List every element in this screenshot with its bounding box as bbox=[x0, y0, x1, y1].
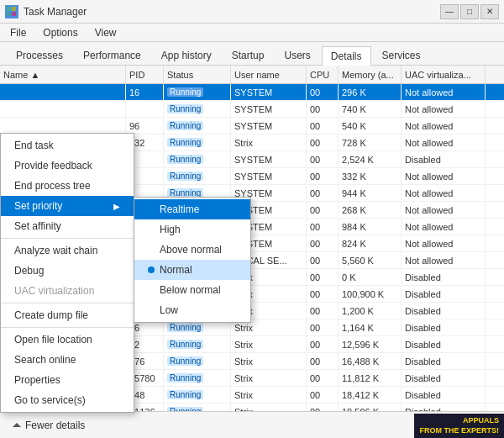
td-memory: 740 K bbox=[339, 101, 402, 117]
td-cpu: 00 bbox=[307, 84, 339, 100]
td-cpu: 00 bbox=[307, 118, 339, 134]
td-cpu: 00 bbox=[307, 135, 339, 150]
td-cpu: 00 bbox=[307, 252, 339, 268]
td-name bbox=[0, 84, 126, 100]
td-pid bbox=[126, 101, 164, 117]
td-status: Running bbox=[164, 151, 231, 167]
chevron-up-icon bbox=[12, 420, 22, 430]
td-uac: Not allowed bbox=[402, 168, 486, 184]
td-cpu: 00 bbox=[307, 269, 339, 285]
td-cpu: 00 bbox=[307, 353, 339, 369]
td-status: Running bbox=[164, 118, 231, 134]
table-row[interactable]: 732RunningStrix00728 KNot allowed bbox=[0, 135, 504, 151]
td-uac: Not allowed bbox=[402, 219, 486, 235]
td-cpu: 00 bbox=[307, 387, 339, 403]
td-username: SYSTEM bbox=[231, 101, 307, 117]
table-row[interactable]: RunningSYSTEM00332 KNot allowed bbox=[0, 168, 504, 185]
menu-view[interactable]: View bbox=[92, 25, 120, 40]
table-row[interactable]: 52RunningStrix00100,900 KDisabled bbox=[0, 286, 504, 303]
table-row[interactable]: RunningLOCAL SE...005,560 KNot allowed bbox=[0, 252, 504, 269]
app-icon bbox=[5, 5, 18, 18]
td-username: Strix bbox=[231, 269, 307, 285]
close-button[interactable]: ✕ bbox=[480, 4, 499, 19]
table-row[interactable]: chrome.exe15780RunningStrix0011,812 KDis… bbox=[0, 370, 504, 387]
table-body[interactable]: 16RunningSYSTEM00296 KNot allowedRunning… bbox=[0, 84, 504, 411]
tab-users[interactable]: Users bbox=[275, 45, 319, 65]
svg-rect-1 bbox=[12, 7, 16, 11]
header-uac[interactable]: UAC virtualiza... bbox=[402, 66, 486, 83]
table-row[interactable]: chrome.exe076RunningStrix0016,488 KDisab… bbox=[0, 353, 504, 370]
table-row[interactable]: RunningSYSTEM002,524 KDisabled bbox=[0, 151, 504, 168]
tab-details[interactable]: Details bbox=[322, 46, 371, 66]
header-status[interactable]: Status bbox=[164, 66, 231, 83]
table-row[interactable]: 72RunningStrix0012,596 KDisabled bbox=[0, 336, 504, 353]
td-pid: 96 bbox=[126, 118, 164, 134]
td-memory: 268 K bbox=[339, 202, 402, 218]
table-row[interactable]: 232RunningStrix001,200 KDisabled bbox=[0, 303, 504, 319]
td-name: chrome.exe bbox=[0, 387, 126, 403]
minimize-button[interactable]: — bbox=[440, 4, 459, 19]
td-status: Running bbox=[164, 135, 231, 150]
table-row[interactable]: RunningSYSTEM00824 KNot allowed bbox=[0, 235, 504, 252]
td-status: Running bbox=[164, 286, 231, 302]
table-row[interactable]: 86SuspendedStrix000 KDisabled bbox=[0, 269, 504, 286]
tab-app-history[interactable]: App history bbox=[152, 45, 221, 65]
menu-options[interactable]: Options bbox=[39, 25, 81, 40]
table-row[interactable]: RunningSYSTEM00984 KNot allowed bbox=[0, 219, 504, 235]
header-pid[interactable]: PID bbox=[126, 66, 164, 83]
td-uac: Disabled bbox=[402, 370, 486, 386]
td-memory: 18,412 K bbox=[339, 387, 402, 403]
td-pid bbox=[126, 219, 164, 235]
td-name bbox=[0, 101, 126, 117]
svg-rect-2 bbox=[7, 12, 11, 16]
td-cpu: 00 bbox=[307, 319, 339, 335]
td-cpu: 00 bbox=[307, 101, 339, 117]
td-status: Running bbox=[164, 303, 231, 319]
title-bar: Task Manager — □ ✕ bbox=[0, 0, 504, 24]
td-memory: 1,164 K bbox=[339, 319, 402, 335]
tab-startup[interactable]: Startup bbox=[223, 45, 274, 65]
td-username: SYSTEM bbox=[231, 118, 307, 134]
td-username: LOCAL SE... bbox=[231, 252, 307, 268]
td-memory: 540 K bbox=[339, 118, 402, 134]
td-uac: Not allowed bbox=[402, 84, 486, 100]
tab-performance[interactable]: Performance bbox=[74, 45, 150, 65]
header-memory[interactable]: Memory (a... bbox=[339, 66, 402, 83]
tab-processes[interactable]: Processes bbox=[7, 45, 72, 65]
td-memory: 12,596 K bbox=[339, 336, 402, 352]
td-cpu: 00 bbox=[307, 151, 339, 167]
table-row[interactable]: 86RunningStrix001,164 KDisabled bbox=[0, 319, 504, 336]
td-name bbox=[0, 269, 126, 285]
td-pid bbox=[126, 168, 164, 184]
td-username: Strix bbox=[231, 135, 307, 150]
table-row[interactable]: 96RunningSYSTEM00540 KNot allowed bbox=[0, 118, 504, 135]
td-memory: 824 K bbox=[339, 235, 402, 251]
td-uac: Not allowed bbox=[402, 235, 486, 251]
header-name[interactable]: Name ▲ bbox=[0, 66, 126, 83]
td-status: Running bbox=[164, 219, 231, 235]
table-row[interactable]: RunningSYSTEM00944 KNot allowed bbox=[0, 185, 504, 202]
td-cpu: 00 bbox=[307, 202, 339, 218]
menu-file[interactable]: File bbox=[7, 25, 29, 40]
td-cpu: 00 bbox=[307, 303, 339, 319]
table-row[interactable]: chrome.exe11136RunningStrix0019,596 KDis… bbox=[0, 404, 504, 411]
td-cpu: 00 bbox=[307, 219, 339, 235]
svg-rect-3 bbox=[12, 12, 16, 16]
table-row[interactable]: RunningSYSTEM00268 KNot allowed bbox=[0, 202, 504, 219]
table-row[interactable]: RunningSYSTEM00740 KNot allowed bbox=[0, 101, 504, 118]
table-row[interactable]: chrome.exe948RunningStrix0018,412 KDisab… bbox=[0, 387, 504, 404]
fewer-details-button[interactable]: Fewer details bbox=[7, 417, 90, 434]
td-status: Running bbox=[164, 319, 231, 335]
td-cpu: 00 bbox=[307, 168, 339, 184]
maximize-button[interactable]: □ bbox=[460, 4, 479, 19]
td-pid bbox=[126, 151, 164, 167]
header-username[interactable]: User name bbox=[231, 66, 307, 83]
svg-marker-4 bbox=[13, 423, 21, 427]
tab-services[interactable]: Services bbox=[373, 45, 430, 65]
header-cpu[interactable]: CPU bbox=[307, 66, 339, 83]
table-row[interactable]: 16RunningSYSTEM00296 KNot allowed bbox=[0, 84, 504, 101]
chrome-icon bbox=[3, 389, 15, 401]
table-header: Name ▲ PID Status User name CPU Memory (… bbox=[0, 66, 504, 84]
td-uac: Disabled bbox=[402, 353, 486, 369]
td-username: SYSTEM bbox=[231, 235, 307, 251]
